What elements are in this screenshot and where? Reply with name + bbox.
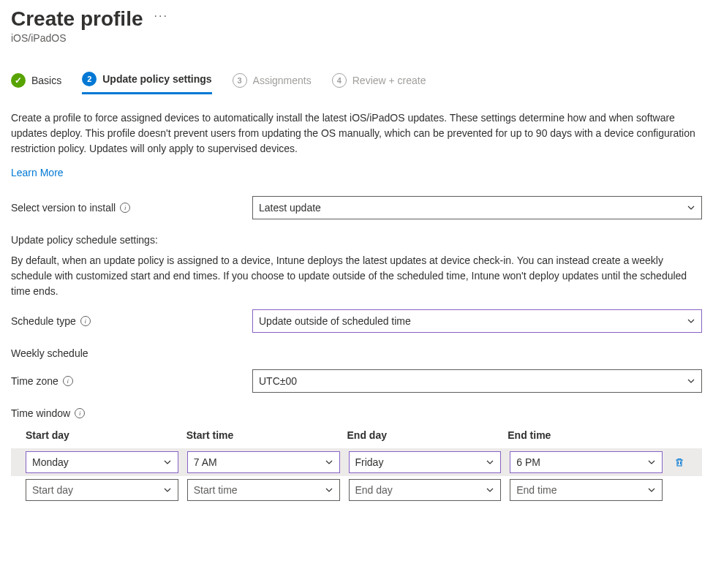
more-actions-button[interactable]: ··· xyxy=(154,10,168,23)
start-time-select[interactable]: Start time xyxy=(187,479,340,501)
start-time-select[interactable]: 7 AM xyxy=(187,451,340,473)
select-value: Latest update xyxy=(259,202,321,214)
tab-label: Update policy settings xyxy=(102,73,211,85)
end-day-select[interactable]: End day xyxy=(349,479,502,501)
select-placeholder: End day xyxy=(355,484,393,496)
version-select[interactable]: Latest update xyxy=(252,196,702,219)
schedule-settings-body: By default, when an update policy is ass… xyxy=(11,253,698,299)
chevron-down-icon xyxy=(687,317,695,325)
tab-label: Review + create xyxy=(352,75,426,86)
tab-review-create[interactable]: 4 Review + create xyxy=(332,73,426,94)
schedule-settings-heading: Update policy schedule settings: xyxy=(11,234,702,246)
select-value: Monday xyxy=(32,456,69,468)
end-time-select[interactable]: 6 PM xyxy=(510,451,663,473)
select-placeholder: Start time xyxy=(194,484,238,496)
chevron-down-icon xyxy=(687,377,695,385)
version-label: Select version to install i xyxy=(11,202,252,214)
page-subtitle: iOS/iPadOS xyxy=(11,32,702,44)
select-value: Friday xyxy=(355,456,384,468)
col-start-time: Start time xyxy=(186,429,347,441)
tab-basics[interactable]: ✓ Basics xyxy=(11,73,61,94)
select-value: 6 PM xyxy=(516,456,540,468)
start-day-select[interactable]: Start day xyxy=(26,479,178,501)
col-end-time: End time xyxy=(508,429,668,441)
select-value: 7 AM xyxy=(194,456,217,468)
timezone-label: Time zone i xyxy=(11,375,252,387)
end-time-select[interactable]: End time xyxy=(510,479,663,501)
tab-assignments[interactable]: 3 Assignments xyxy=(233,73,312,94)
chevron-down-icon xyxy=(163,486,172,494)
weekly-schedule-heading: Weekly schedule xyxy=(11,347,702,359)
chevron-down-icon xyxy=(325,486,333,494)
trash-icon xyxy=(674,456,685,468)
table-header: Start day Start time End day End time xyxy=(11,429,702,448)
select-value: Update outside of scheduled time xyxy=(259,315,411,327)
table-row: Monday 7 AM Friday 6 PM xyxy=(11,448,702,476)
intro-text: Create a profile to force assigned devic… xyxy=(11,110,698,157)
col-start-day: Start day xyxy=(26,429,186,441)
chevron-down-icon xyxy=(486,458,494,467)
select-placeholder: Start day xyxy=(32,484,73,496)
timezone-select[interactable]: UTC±00 xyxy=(252,369,702,393)
wizard-tabs: ✓ Basics 2 Update policy settings 3 Assi… xyxy=(11,72,702,94)
learn-more-link[interactable]: Learn More xyxy=(11,167,64,178)
chevron-down-icon xyxy=(647,458,656,467)
info-icon[interactable]: i xyxy=(120,203,130,213)
select-value: UTC±00 xyxy=(259,375,297,387)
schedule-type-select[interactable]: Update outside of scheduled time xyxy=(252,309,702,333)
delete-row-button[interactable] xyxy=(674,456,685,468)
info-icon[interactable]: i xyxy=(80,316,91,326)
end-day-select[interactable]: Friday xyxy=(349,451,502,473)
time-window-label: Time window i xyxy=(11,407,702,419)
schedule-type-label: Schedule type i xyxy=(11,315,252,327)
table-row-new: Start day Start time End day End time xyxy=(11,476,702,504)
step-number-icon: 3 xyxy=(233,73,247,88)
select-placeholder: End time xyxy=(516,484,557,496)
page-title: Create profile xyxy=(11,7,143,31)
chevron-down-icon xyxy=(163,458,172,467)
step-number-icon: 4 xyxy=(332,73,347,88)
tab-label: Assignments xyxy=(253,75,312,86)
time-window-table: Start day Start time End day End time Mo… xyxy=(11,429,702,504)
step-number-icon: 2 xyxy=(82,72,97,86)
chevron-down-icon xyxy=(325,458,333,467)
start-day-select[interactable]: Monday xyxy=(26,451,178,473)
chevron-down-icon xyxy=(486,486,494,494)
tab-update-policy-settings[interactable]: 2 Update policy settings xyxy=(82,72,211,94)
tab-label: Basics xyxy=(31,75,61,86)
info-icon[interactable]: i xyxy=(75,408,85,418)
check-icon: ✓ xyxy=(11,73,26,88)
col-end-day: End day xyxy=(347,429,508,441)
info-icon[interactable]: i xyxy=(63,376,73,386)
chevron-down-icon xyxy=(687,203,695,212)
chevron-down-icon xyxy=(647,486,656,494)
